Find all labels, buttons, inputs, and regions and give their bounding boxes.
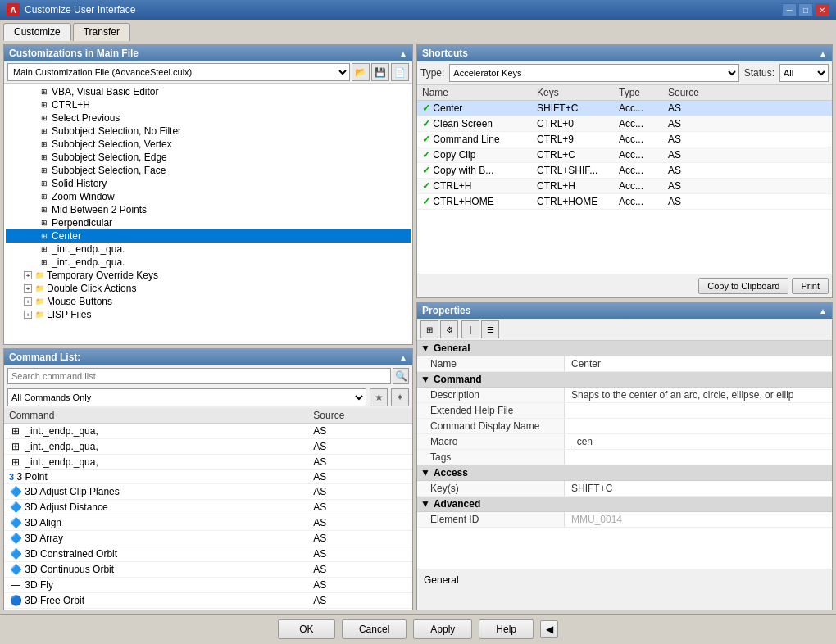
command-list-collapse-icon[interactable]: ▲	[399, 353, 407, 362]
tree-area[interactable]: ⊞ VBA, Visual Basic Editor ⊞ CTRL+H ⊞ Se…	[4, 84, 412, 344]
cmd-row[interactable]: 🔷 3D Array AS	[4, 531, 412, 546]
expand-icon[interactable]: +	[24, 311, 32, 319]
expand-icon[interactable]: +	[24, 271, 32, 279]
customizations-title: Customizations in Main File	[9, 48, 139, 59]
tree-item[interactable]: ⊞ Solid History	[6, 177, 411, 190]
file-select[interactable]: Main Customization File (AdvanceSteel.cu…	[7, 63, 350, 81]
tree-item[interactable]: ⊞ CTRL+H	[6, 98, 411, 111]
cmd-row[interactable]: 🔵 3D Free Orbit AS	[4, 593, 412, 609]
command-list-area[interactable]: Command Source ⊞ _int._endp._qua, AS ⊞ _…	[4, 408, 412, 610]
item-icon: ⊞	[39, 138, 50, 150]
tree-item[interactable]: ⊞ Perpendicular	[6, 216, 411, 229]
bottom-bar: OK Cancel Apply Help ◀	[0, 614, 836, 644]
cmd-row[interactable]: 🔷 3D Adjust Distance AS	[4, 500, 412, 515]
tree-item[interactable]: ⊞ Subobject Selection, Face	[6, 164, 411, 177]
prop-row-exthelp: Extended Help File	[417, 403, 832, 419]
tree-item-lisp[interactable]: + 📁 LISP Files	[6, 308, 411, 321]
section-collapse-icon: ▼	[420, 498, 430, 510]
props-icon-btn3[interactable]: |	[461, 320, 479, 338]
tree-item[interactable]: ⊞ Select Previous	[6, 111, 411, 125]
tree-item-label: Select Previous	[52, 112, 120, 124]
load-btn[interactable]: 📂	[352, 63, 370, 81]
shortcut-row[interactable]: ✓ CTRL+H CTRL+H Acc... AS	[417, 179, 832, 194]
section-advanced[interactable]: ▼ Advanced	[417, 497, 832, 512]
tab-transfer[interactable]: Transfer	[73, 23, 130, 41]
tree-item[interactable]: ⊞ VBA, Visual Basic Editor	[6, 85, 411, 98]
props-icon-btn1[interactable]: ⊞	[420, 320, 438, 338]
cmd-row[interactable]: 🔷 3D Align AS	[4, 515, 412, 531]
help-button[interactable]: Help	[479, 619, 534, 639]
star-button[interactable]: ★	[370, 388, 388, 406]
props-icon-btn2[interactable]: ⚙	[440, 320, 458, 338]
tree-item-label: LISP Files	[47, 309, 91, 320]
cmd-row[interactable]: 🔷 3D Adjust Clip Planes AS	[4, 484, 412, 500]
shortcut-row[interactable]: ✓ Copy Clip CTRL+C Acc... AS	[417, 147, 832, 163]
cmd-icon: 🔷	[9, 532, 22, 545]
properties-collapse-icon[interactable]: ▲	[819, 306, 827, 315]
cmd-row[interactable]: — 3D Fly AS	[4, 578, 412, 593]
shortcut-row-center[interactable]: ✓ Center SHIFT+C Acc... AS	[417, 101, 832, 116]
tree-item[interactable]: ⊞ Subobject Selection, Vertex	[6, 138, 411, 151]
num-label: 3	[9, 472, 14, 482]
window-controls: ─ □ ✕	[782, 3, 829, 16]
shortcuts-table-area[interactable]: Name Keys Type Source ✓ Center SHIFT+C A…	[417, 85, 832, 274]
section-label: Advanced	[434, 498, 480, 510]
tree-item-label: VBA, Visual Basic Editor	[52, 86, 159, 98]
cmd-row[interactable]: 🔷 3D Constrained Orbit AS	[4, 546, 412, 562]
save-btn[interactable]: 💾	[371, 63, 389, 81]
tree-item[interactable]: ⊞ Zoom Window	[6, 190, 411, 203]
cmd-icon: ⊞	[9, 456, 22, 469]
shortcuts-collapse-icon[interactable]: ▲	[819, 49, 827, 58]
new-btn[interactable]: 📄	[391, 63, 409, 81]
nav-back-button[interactable]: ◀	[540, 620, 558, 638]
cmd-row[interactable]: ⊞ _int._endp._qua, AS	[4, 439, 412, 455]
search-input[interactable]	[7, 368, 391, 384]
close-button[interactable]: ✕	[815, 3, 829, 16]
print-button[interactable]: Print	[792, 278, 829, 294]
prop-row-macro: Macro _cen	[417, 434, 832, 450]
tree-item[interactable]: ⊞ Subobject Selection, No Filter	[6, 125, 411, 138]
apply-button[interactable]: Apply	[413, 619, 472, 639]
ok-button[interactable]: OK	[278, 619, 335, 639]
section-general[interactable]: ▼ General	[417, 341, 832, 356]
shortcut-row[interactable]: ✓ Command Line CTRL+9 Acc... AS	[417, 132, 832, 147]
expand-icon[interactable]: +	[24, 297, 32, 306]
tree-item-dblclick[interactable]: + 📁 Double Click Actions	[6, 282, 411, 295]
cmd-row[interactable]: ⊞ _int._endp._qua, AS	[4, 455, 412, 470]
customizations-collapse-icon[interactable]: ▲	[399, 49, 407, 58]
prop-label: Name	[417, 356, 565, 371]
maximize-button[interactable]: □	[798, 3, 813, 16]
cancel-button[interactable]: Cancel	[342, 619, 407, 639]
section-access[interactable]: ▼ Access	[417, 465, 832, 481]
prop-value	[565, 403, 832, 418]
item-icon: ⊞	[39, 217, 50, 229]
cmd-row[interactable]: 🔷 3D Continuous Orbit AS	[4, 562, 412, 578]
status-select[interactable]: All	[779, 64, 829, 82]
section-command[interactable]: ▼ Command	[417, 372, 832, 388]
tree-item[interactable]: ⊞ _int._endp._qua.	[6, 256, 411, 269]
tree-item[interactable]: ⊞ Subobject Selection, Edge	[6, 151, 411, 164]
tree-item-override[interactable]: + 📁 Temporary Override Keys	[6, 269, 411, 282]
shortcut-row[interactable]: ✓ Copy with B... CTRL+SHIF... Acc... AS	[417, 163, 832, 179]
tree-item-center[interactable]: ⊞ Center	[6, 229, 411, 243]
cmd-row[interactable]: 3 3 Point AS	[4, 470, 412, 484]
shortcut-row[interactable]: ✓ CTRL+HOME CTRL+HOME Acc... AS	[417, 194, 832, 210]
props-icon-btn4[interactable]: ☰	[481, 320, 499, 338]
minimize-button[interactable]: ─	[782, 3, 797, 16]
cmd-icon: 🔷	[9, 485, 22, 498]
tab-customize[interactable]: Customize	[3, 23, 71, 41]
description-label: General	[424, 574, 459, 586]
cmd-row[interactable]: ⊞ _int._endp._qua, AS	[4, 424, 412, 439]
tree-item-mouse[interactable]: + 📁 Mouse Buttons	[6, 295, 411, 308]
tree-item[interactable]: ⊞ Mid Between 2 Points	[6, 203, 411, 216]
type-select[interactable]: Accelerator Keys	[449, 64, 738, 82]
command-filter-select[interactable]: All Commands Only	[7, 388, 366, 406]
options-button[interactable]: ✦	[391, 388, 409, 406]
tree-item-label: Subobject Selection, Vertex	[52, 138, 172, 150]
tree-item[interactable]: ⊞ _int._endp._qua.	[6, 243, 411, 256]
search-button[interactable]: 🔍	[393, 368, 409, 384]
expand-icon[interactable]: +	[24, 284, 32, 293]
shortcut-row[interactable]: ✓ Clean Screen CTRL+0 Acc... AS	[417, 116, 832, 132]
copy-to-clipboard-button[interactable]: Copy to Clipboard	[698, 278, 788, 294]
check-icon: ✓	[422, 165, 430, 176]
